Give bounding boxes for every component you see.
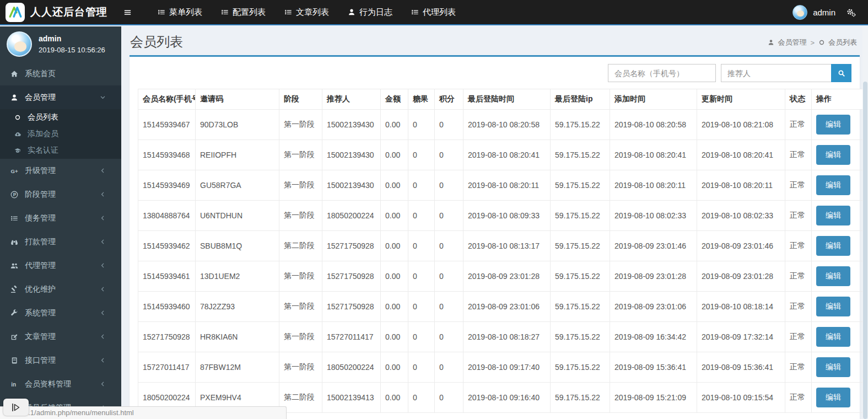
cloud-upload-icon xyxy=(12,131,23,137)
topnav-user[interactable]: admin xyxy=(792,5,835,20)
table-cell: 15271750928 xyxy=(322,292,381,322)
edit-button[interactable]: 编辑 xyxy=(816,266,850,286)
breadcrumb-item[interactable]: 会员列表 xyxy=(818,37,857,47)
topnav-item[interactable]: 行为日志 xyxy=(338,0,402,24)
table-cell: 0 xyxy=(435,322,463,352)
chevron-left-icon xyxy=(96,334,109,340)
sidebar-collapse-handle[interactable] xyxy=(3,399,29,416)
sidebar-item[interactable]: 债务管理 xyxy=(0,206,121,230)
referrer-input[interactable] xyxy=(721,64,831,82)
circle-icon xyxy=(818,39,825,46)
sidebar-item-label: 系统管理 xyxy=(25,308,56,318)
topnav-item-label: 代理列表 xyxy=(423,7,456,18)
sidebar-subitem-label: 实名认证 xyxy=(28,146,58,155)
sidebar-login-time: 2019-08-15 10:56:26 xyxy=(39,46,105,54)
sidebar-item[interactable]: in会员资料管理 xyxy=(0,372,121,396)
status-cell: 正常 xyxy=(785,110,812,140)
edit-button[interactable]: 编辑 xyxy=(816,327,850,347)
topnav-item[interactable]: 文章列表 xyxy=(275,0,338,24)
edit-button[interactable]: 编辑 xyxy=(816,206,850,225)
table-cell: 0 xyxy=(435,261,463,292)
sidebar-section: 代理管理 xyxy=(0,254,121,277)
sidebar-item[interactable]: 会员管理 xyxy=(0,85,121,109)
sidebar-item-label: 优化维护 xyxy=(25,284,56,294)
edit-button[interactable]: 编辑 xyxy=(816,297,850,316)
sidebar-item[interactable]: 优化维护 xyxy=(0,277,121,301)
circle-icon xyxy=(12,114,23,121)
table-cell: 15145939468 xyxy=(138,140,196,170)
settings-gear-icon[interactable] xyxy=(847,8,856,17)
table-cell: 2019-08-10 08:02:33 xyxy=(610,201,697,231)
table-cell: 0 xyxy=(408,322,435,352)
sidebar-user-panel: admin 2019-08-15 10:56:26 xyxy=(0,26,121,62)
sidebar-item[interactable]: P阶段管理 xyxy=(0,182,121,206)
table-cell: 15002139430 xyxy=(322,110,381,140)
edit-button[interactable]: 编辑 xyxy=(816,145,850,165)
sidebar-subitem[interactable]: 添加会员 xyxy=(0,126,121,142)
table-cell: 90D73LOB xyxy=(196,110,279,140)
brand[interactable]: 人人还后台管理 xyxy=(0,3,116,22)
table-cell: GU58R7GA xyxy=(196,170,279,201)
table-cell: 2019-08-09 23:01:28 xyxy=(697,261,785,292)
actions-cell: 编辑 xyxy=(812,352,867,383)
table-cell: 2019-08-09 16:34:42 xyxy=(610,322,697,352)
table-cell: 0 xyxy=(435,231,463,261)
breadcrumb-label: 会员列表 xyxy=(828,37,857,47)
chevron-left-icon xyxy=(96,191,109,197)
table-cell: 0.00 xyxy=(381,140,408,170)
table-cell: 2019-08-10 09:17:40 xyxy=(463,352,551,383)
table-cell: 0 xyxy=(435,383,463,413)
search-bar xyxy=(130,57,860,89)
sidebar-toggle-icon[interactable] xyxy=(116,0,139,25)
edit-button[interactable]: 编辑 xyxy=(816,236,850,256)
sidebar-item[interactable]: 系统管理 xyxy=(0,301,121,325)
sidebar-subitem-label: 添加会员 xyxy=(28,129,58,139)
table-cell: 0.00 xyxy=(381,261,408,292)
edit-button[interactable]: 编辑 xyxy=(816,115,850,135)
table-cell: 第一阶段 xyxy=(279,352,322,383)
search-button[interactable] xyxy=(831,64,851,82)
sidebar-item[interactable]: 接口管理 xyxy=(0,348,121,372)
topnav-item[interactable]: 配置列表 xyxy=(212,0,275,24)
table-cell: 87FBW12M xyxy=(196,352,279,383)
users-icon xyxy=(8,262,20,270)
breadcrumb-item[interactable]: 会员管理 xyxy=(768,37,806,47)
edit-button[interactable]: 编辑 xyxy=(816,357,850,377)
table-row: 1514593946078J2ZZ93第一阶段152717509280.0000… xyxy=(138,292,867,322)
table-header-row: 会员名称(手机号)邀请码阶段推荐人金额糖果积分最后登陆时间最后登陆ip添加时间更… xyxy=(138,89,867,110)
sidebar-item[interactable]: G+升级管理 xyxy=(0,159,121,182)
user-icon xyxy=(348,8,355,16)
page-title: 会员列表 xyxy=(130,33,859,51)
actions-cell: 编辑 xyxy=(812,292,867,322)
sidebar-item[interactable]: 代理管理 xyxy=(0,254,121,277)
sidebar-username: admin xyxy=(39,34,105,43)
topnav-item-label: 菜单列表 xyxy=(169,7,202,18)
sidebar-subitem[interactable]: 会员列表 xyxy=(0,109,121,126)
topnav-item-label: 配置列表 xyxy=(233,7,266,18)
svg-text:in: in xyxy=(11,381,16,387)
chevron-down-icon xyxy=(96,94,109,100)
sidebar-item[interactable]: 打款管理 xyxy=(0,230,121,254)
edit-button[interactable]: 编辑 xyxy=(816,175,850,195)
table-column-header: 邀请码 xyxy=(196,89,279,110)
top-navbar: 人人还后台管理 菜单列表配置列表文章列表行为日志代理列表 admin xyxy=(0,0,868,25)
scrollbar-thumb[interactable] xyxy=(863,82,867,419)
topnav-item[interactable]: 代理列表 xyxy=(402,0,465,24)
table-cell: 15002139430 xyxy=(322,140,381,170)
sidebar-section: P阶段管理 xyxy=(0,182,121,206)
table-cell: HR8KIA6N xyxy=(196,322,279,352)
table-row: 1514593946113D1UEM2第一阶段152717509280.0000… xyxy=(138,261,867,292)
sidebar-subitem[interactable]: 实名认证 xyxy=(0,142,121,159)
table-cell: 59.175.15.22 xyxy=(551,383,610,413)
sidebar-section: 系统首页 xyxy=(0,62,121,85)
status-url-bar: 0.1/admin.php/menu/menulist.html xyxy=(0,406,287,419)
sidebar-item[interactable]: 文章管理 xyxy=(0,325,121,348)
member-name-input[interactable] xyxy=(608,64,716,82)
edit-button[interactable]: 编辑 xyxy=(816,388,850,407)
table-cell: 59.175.15.22 xyxy=(551,231,610,261)
sidebar-item[interactable]: 系统首页 xyxy=(0,62,121,85)
status-cell: 正常 xyxy=(785,201,812,231)
table-cell: 第一阶段 xyxy=(279,322,322,352)
topnav-item[interactable]: 菜单列表 xyxy=(148,0,212,24)
list-icon xyxy=(284,8,292,16)
